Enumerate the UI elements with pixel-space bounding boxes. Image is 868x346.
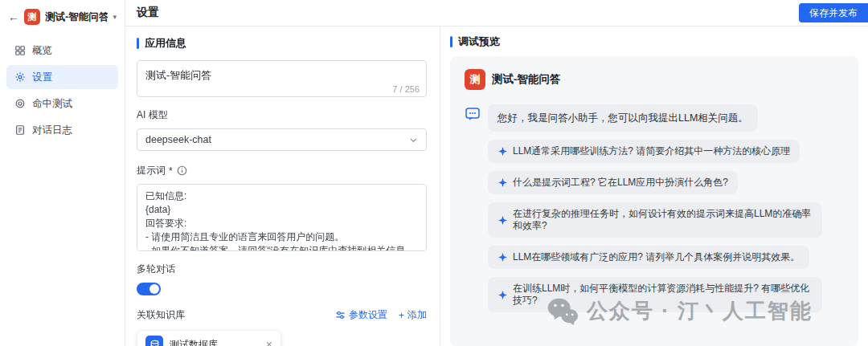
app-avatar: 测 xyxy=(24,9,40,25)
model-select-value: deepseek-chat xyxy=(145,134,211,145)
suggestion-chip[interactable]: LLM通常采用哪些训练方法? 请简要介绍其中一种方法的核心原理 xyxy=(488,140,800,163)
suggestion-chip[interactable]: LLM在哪些领域有广泛的应用? 请列举几个具体案例并说明其效果。 xyxy=(488,246,809,269)
prompt-textarea[interactable]: 已知信息: {data} 回答要求: - 请使用简洁且专业的语言来回答用户的问题… xyxy=(137,184,427,251)
sidebar-item-label: 概览 xyxy=(32,44,52,58)
model-select[interactable]: deepseek-chat xyxy=(137,128,427,151)
sidebar-item-label: 设置 xyxy=(32,71,52,84)
suggestion-text: 什么是提示词工程? 它在LLM应用中扮演什么角色? xyxy=(513,177,728,189)
sidebar-item-hit-test[interactable]: 命中测试 xyxy=(6,92,118,116)
sidebar: ← 测 测试-智能问答 ▾ 概览 设置 命中测试 xyxy=(0,0,125,346)
prompt-label: 提示词 * xyxy=(137,164,427,177)
app-name: 测试-智能问答 xyxy=(45,10,108,24)
main-area: 设置 保存并发布 应用信息 7 / 256 AI 模型 deepseek-cha… xyxy=(125,0,868,346)
sidebar-item-overview[interactable]: 概览 xyxy=(6,39,118,63)
bot-name: 测试-智能问答 xyxy=(492,72,561,87)
knowledge-base-card[interactable]: 测试数据库 × xyxy=(137,330,281,346)
info-icon[interactable] xyxy=(177,165,187,176)
settings-form-panel: 应用信息 7 / 256 AI 模型 deepseek-chat 提示词 xyxy=(125,26,440,346)
suggestion-list: LLM通常采用哪些训练方法? 请简要介绍其中一种方法的核心原理 什么是提示词工程… xyxy=(488,140,844,312)
chevron-down-icon[interactable]: ▾ xyxy=(113,13,117,21)
page-title: 设置 xyxy=(137,6,159,20)
bot-avatar: 测 xyxy=(465,69,485,90)
preview-section-header: 调试预览 xyxy=(450,35,858,49)
knowledge-base-row: 关联知识库 参数设置 + 添加 xyxy=(137,308,427,322)
chat-bubble-icon xyxy=(465,106,481,122)
app-name-input[interactable] xyxy=(145,70,418,82)
param-settings-link[interactable]: 参数设置 xyxy=(335,308,387,322)
content: 应用信息 7 / 256 AI 模型 deepseek-chat 提示词 xyxy=(125,26,868,346)
grid-icon xyxy=(14,45,26,56)
section-title: 应用信息 xyxy=(145,36,186,51)
sidebar-item-chat-logs[interactable]: 对话日志 xyxy=(6,118,118,142)
toggle-knob xyxy=(149,284,159,294)
app-switcher[interactable]: ← 测 测试-智能问答 ▾ xyxy=(0,6,125,27)
database-icon xyxy=(145,336,163,346)
suggestion-text: LLM在哪些领域有广泛的应用? 请列举几个具体案例并说明其效果。 xyxy=(513,251,800,263)
suggestion-icon xyxy=(497,290,508,300)
suggestion-text: LLM通常采用哪些训练方法? 请简要介绍其中一种方法的核心原理 xyxy=(513,145,790,157)
plus-icon: + xyxy=(399,310,404,321)
greeting-message-row: 您好，我是问答小助手，您可以向我提出LLM相关问题。 xyxy=(465,104,844,132)
char-count: 7 / 256 xyxy=(392,84,420,94)
multiturn-label-text: 多轮对话 xyxy=(137,263,175,276)
document-icon xyxy=(14,124,26,136)
kb-label: 关联知识库 xyxy=(137,308,185,322)
app-name-field: 7 / 256 xyxy=(137,60,427,97)
sidebar-nav: 概览 设置 命中测试 对话日志 xyxy=(0,39,125,142)
debug-preview-panel: 调试预览 测 测试-智能问答 您好，我是问答小助手，您可以向我提出LLM相关问题… xyxy=(440,26,868,346)
top-bar: 设置 保存并发布 xyxy=(125,0,868,26)
app-info-section-header: 应用信息 xyxy=(137,36,427,51)
gear-icon xyxy=(14,71,26,83)
suggestion-icon xyxy=(497,146,508,157)
required-mark: * xyxy=(169,165,173,177)
suggestion-chip[interactable]: 什么是提示词工程? 它在LLM应用中扮演什么角色? xyxy=(488,171,738,194)
chevron-down-icon xyxy=(409,136,418,145)
multiturn-label: 多轮对话 xyxy=(137,263,427,276)
sidebar-item-label: 命中测试 xyxy=(32,97,72,111)
model-label: AI 模型 xyxy=(137,108,427,122)
close-icon[interactable]: × xyxy=(266,339,272,346)
sidebar-item-label: 对话日志 xyxy=(32,124,72,137)
suggestion-chip[interactable]: 在训练LLM时，如何平衡模型的计算资源消耗与性能提升? 有哪些优化技巧? xyxy=(488,277,822,312)
kb-links: 参数设置 + 添加 xyxy=(335,308,427,322)
save-publish-button[interactable]: 保存并发布 xyxy=(799,3,868,22)
section-title: 调试预览 xyxy=(458,35,500,49)
bot-header: 测 测试-智能问答 xyxy=(465,69,844,90)
tune-icon xyxy=(335,310,346,320)
model-label-text: AI 模型 xyxy=(137,108,168,122)
sidebar-item-settings[interactable]: 设置 xyxy=(6,65,118,89)
suggestion-icon xyxy=(497,252,508,263)
app-window: ← 测 测试-智能问答 ▾ 概览 设置 命中测试 xyxy=(0,0,868,346)
suggestion-icon xyxy=(497,177,508,188)
multiturn-toggle[interactable] xyxy=(137,283,161,295)
suggestion-text: 在训练LLM时，如何平衡模型的计算资源消耗与性能提升? 有哪些优化技巧? xyxy=(513,283,813,307)
chat-preview: 测 测试-智能问答 您好，我是问答小助手，您可以向我提出LLM相关问题。 LLM… xyxy=(450,56,858,346)
add-kb-label: 添加 xyxy=(407,308,427,322)
add-kb-link[interactable]: + 添加 xyxy=(399,308,427,322)
target-icon xyxy=(14,98,26,109)
suggestion-chip[interactable]: 在进行复杂的推理任务时，如何设计有效的提示词来提高LLM的准确率和效率? xyxy=(488,202,822,238)
back-icon[interactable]: ← xyxy=(8,11,19,22)
greeting-bubble: 您好，我是问答小助手，您可以向我提出LLM相关问题。 xyxy=(488,104,758,132)
section-accent-bar xyxy=(450,36,452,47)
suggestion-text: 在进行复杂的推理任务时，如何设计有效的提示词来提高LLM的准确率和效率? xyxy=(513,208,813,232)
prompt-label-text: 提示词 xyxy=(137,164,166,177)
param-settings-label: 参数设置 xyxy=(349,308,387,322)
suggestion-icon xyxy=(497,215,508,226)
kb-label-text: 关联知识库 xyxy=(137,308,185,322)
kb-card-name: 测试数据库 xyxy=(170,338,218,346)
section-accent-bar xyxy=(137,38,139,49)
